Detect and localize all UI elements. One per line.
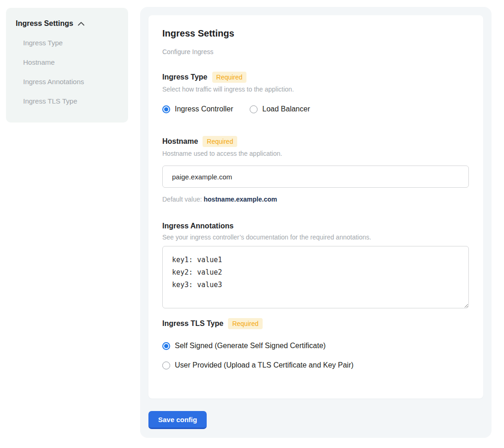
annotations-description: See your ingress controller’s documentat… [162, 233, 469, 241]
default-value-label: Default value: [162, 196, 202, 203]
radio-user-provided[interactable]: User Provided (Upload a TLS Certificate … [162, 361, 354, 370]
ingress-settings-card: Ingress Settings Configure Ingress Ingre… [148, 15, 483, 399]
section-hostname: Hostname Required Hostname used to acces… [162, 136, 469, 203]
hostname-description: Hostname used to access the application. [162, 149, 469, 158]
sidebar-item-hostname[interactable]: Hostname [15, 58, 119, 67]
radio-ingress-controller[interactable]: Ingress Controller [162, 104, 233, 114]
radio-label: User Provided (Upload a TLS Certificate … [175, 361, 354, 370]
radio-label: Load Balancer [262, 104, 310, 114]
hostname-label: Hostname [162, 137, 198, 146]
hostname-input[interactable] [162, 166, 469, 188]
sidebar-item-ingress-type[interactable]: Ingress Type [15, 38, 119, 48]
sidebar-item-list: Ingress Type Hostname Ingress Annotation… [15, 38, 119, 106]
annotations-textarea[interactable]: key1: value1 key2: value2 key3: value3 [162, 246, 469, 308]
annotations-label: Ingress Annotations [162, 221, 234, 231]
chevron-up-icon [78, 22, 85, 26]
radio-label: Self Signed (Generate Self Signed Certif… [175, 341, 326, 350]
radio-label: Ingress Controller [175, 104, 233, 114]
hostname-default-line: Default value: hostname.example.com [162, 195, 469, 203]
settings-panel: Ingress Settings Configure Ingress Ingre… [140, 7, 492, 438]
page-title: Ingress Settings [162, 28, 469, 39]
ingress-type-label: Ingress Type [162, 73, 208, 82]
sidebar-section-title: Ingress Settings [16, 19, 73, 28]
required-badge: Required [228, 318, 263, 329]
default-value-text: hostname.example.com [204, 196, 277, 203]
section-ingress-annotations: Ingress Annotations See your ingress con… [162, 221, 469, 308]
radio-icon [250, 105, 258, 113]
tls-type-label: Ingress TLS Type [162, 319, 223, 328]
save-config-button[interactable]: Save config [148, 411, 207, 429]
page-subtitle: Configure Ingress [162, 48, 469, 56]
radio-icon [162, 362, 170, 369]
ingress-type-description: Select how traffic will ingress to the a… [162, 85, 469, 93]
radio-icon [162, 105, 170, 113]
radio-load-balancer[interactable]: Load Balancer [250, 104, 310, 114]
radio-icon [162, 342, 170, 350]
sidebar-item-ingress-tls-type[interactable]: Ingress TLS Type [15, 97, 119, 106]
section-ingress-tls-type: Ingress TLS Type Required Self Signed (G… [162, 318, 469, 370]
radio-self-signed[interactable]: Self Signed (Generate Self Signed Certif… [162, 341, 326, 350]
ingress-type-radio-group: Ingress Controller Load Balancer [162, 104, 469, 114]
sidebar-section-toggle[interactable]: Ingress Settings [15, 19, 119, 28]
section-ingress-type: Ingress Type Required Select how traffic… [162, 72, 469, 114]
settings-sidebar: Ingress Settings Ingress Type Hostname I… [6, 8, 128, 123]
required-badge: Required [203, 136, 237, 147]
required-badge: Required [212, 72, 247, 83]
sidebar-item-ingress-annotations[interactable]: Ingress Annotations [15, 77, 119, 86]
tls-type-radio-group: Self Signed (Generate Self Signed Certif… [162, 341, 469, 370]
